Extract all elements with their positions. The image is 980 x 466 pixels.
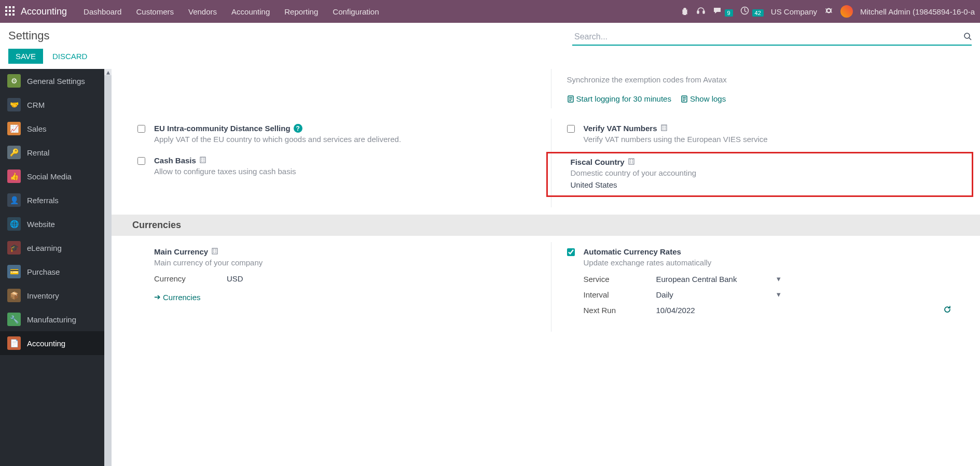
currency-label: Currency bbox=[154, 274, 227, 283]
sidebar-item-label: Social Media bbox=[27, 172, 72, 181]
globe-icon: 🌐 bbox=[7, 217, 21, 231]
sidebar-item-rental[interactable]: 🔑 Rental bbox=[0, 140, 112, 164]
search-icon[interactable] bbox=[963, 32, 972, 42]
svg-rect-9 bbox=[697, 11, 699, 13]
eu-distance-checkbox[interactable] bbox=[137, 125, 145, 133]
avatar[interactable] bbox=[840, 5, 853, 18]
menu-configuration[interactable]: Configuration bbox=[326, 3, 385, 20]
help-icon[interactable]: ? bbox=[294, 124, 302, 133]
messages-badge: 9 bbox=[725, 9, 733, 17]
svg-rect-15 bbox=[200, 157, 205, 163]
sidebar-item-sales[interactable]: 📈 Sales bbox=[0, 117, 112, 140]
menu-reporting[interactable]: Reporting bbox=[278, 3, 324, 20]
menu-customers[interactable]: Customers bbox=[130, 3, 180, 20]
sidebar-item-label: Sales bbox=[27, 124, 47, 133]
arrow-right-icon: ➔ bbox=[154, 292, 161, 302]
document-icon: 📄 bbox=[7, 336, 21, 350]
main-currency-title: Main Currency bbox=[154, 247, 208, 256]
document-icon bbox=[567, 95, 574, 103]
service-label: Service bbox=[584, 275, 656, 284]
sidebar-item-manufacturing[interactable]: 🔧 Manufacturing bbox=[0, 307, 112, 331]
next-run-label: Next Run bbox=[584, 306, 656, 315]
sidebar-item-label: General Settings bbox=[27, 77, 85, 86]
chevron-down-icon: ▾ bbox=[777, 290, 781, 299]
support-icon[interactable] bbox=[696, 6, 706, 17]
sidebar-item-label: Referrals bbox=[27, 196, 59, 205]
document-icon bbox=[681, 95, 688, 103]
svg-rect-16 bbox=[661, 125, 667, 131]
currency-value[interactable]: USD bbox=[227, 274, 351, 283]
auto-rates-checkbox[interactable] bbox=[567, 248, 575, 256]
settings-content: Synchronize the exemption codes from Ava… bbox=[112, 69, 980, 466]
sidebar-item-purchase[interactable]: 💳 Purchase bbox=[0, 260, 112, 284]
sidebar-item-social-media[interactable]: 👍 Social Media bbox=[0, 164, 112, 188]
debug-icon[interactable] bbox=[824, 6, 833, 17]
key-icon: 🔑 bbox=[7, 146, 21, 159]
sidebar-scrollbar[interactable]: ▴ bbox=[104, 69, 112, 466]
currencies-link[interactable]: ➔ Currencies bbox=[154, 292, 201, 302]
verify-vat-checkbox[interactable] bbox=[567, 125, 575, 133]
verify-vat-title: Verify VAT Numbers bbox=[584, 124, 657, 133]
sidebar-item-label: Website bbox=[27, 220, 55, 229]
bug-icon[interactable] bbox=[681, 7, 689, 17]
menu-dashboard[interactable]: Dashboard bbox=[77, 3, 128, 20]
company-switcher[interactable]: US Company bbox=[771, 7, 817, 16]
start-logging-link[interactable]: Start logging for 30 minutes bbox=[567, 94, 671, 103]
messages-icon[interactable]: 9 bbox=[713, 6, 733, 17]
cash-basis-title: Cash Basis bbox=[154, 156, 196, 165]
page-title: Settings bbox=[8, 29, 94, 43]
sidebar-item-inventory[interactable]: 📦 Inventory bbox=[0, 284, 112, 307]
sidebar-item-accounting[interactable]: 📄 Accounting bbox=[0, 331, 112, 355]
verify-vat-desc: Verify VAT numbers using the European VI… bbox=[584, 134, 968, 145]
fiscal-country-value[interactable]: United States bbox=[571, 180, 966, 189]
handshake-icon: 🤝 bbox=[7, 98, 21, 111]
refresh-icon[interactable] bbox=[943, 305, 951, 315]
next-run-value[interactable]: 10/04/2022 bbox=[656, 306, 781, 315]
chart-icon: 📈 bbox=[7, 122, 21, 135]
building-icon bbox=[199, 156, 206, 165]
sidebar-item-elearning[interactable]: 🎓 eLearning bbox=[0, 236, 112, 260]
sidebar-item-label: CRM bbox=[27, 101, 45, 109]
activities-icon[interactable]: 42 bbox=[740, 6, 764, 17]
sidebar-item-website[interactable]: 🌐 Website bbox=[0, 212, 112, 236]
auto-rates-desc: Update exchange rates automatically bbox=[584, 257, 968, 268]
svg-rect-10 bbox=[703, 11, 705, 13]
wrench-icon: 🔧 bbox=[7, 313, 21, 326]
save-button[interactable]: SAVE bbox=[8, 49, 43, 64]
svg-rect-4 bbox=[9, 10, 11, 12]
avatax-sync-desc: Synchronize the exemption codes from Ava… bbox=[567, 74, 968, 85]
fiscal-country-desc: Domestic country of your accounting bbox=[571, 167, 966, 178]
apps-icon[interactable] bbox=[5, 6, 16, 17]
top-menu: Dashboard Customers Vendors Accounting R… bbox=[77, 3, 681, 20]
fiscal-country-highlight: Fiscal Country Domestic country of your … bbox=[546, 152, 974, 197]
menu-vendors[interactable]: Vendors bbox=[182, 3, 223, 20]
scroll-up-icon[interactable]: ▴ bbox=[104, 69, 112, 75]
building-icon bbox=[211, 247, 218, 256]
fiscal-country-title: Fiscal Country bbox=[571, 158, 625, 166]
svg-rect-6 bbox=[5, 13, 7, 16]
auto-rates-title: Automatic Currency Rates bbox=[584, 247, 681, 256]
sidebar-item-label: Accounting bbox=[27, 339, 65, 348]
cash-basis-checkbox[interactable] bbox=[137, 157, 145, 165]
sidebar-item-general-settings[interactable]: ⚙ General Settings bbox=[0, 69, 112, 93]
interval-select[interactable]: Daily ▾ bbox=[656, 290, 781, 299]
svg-rect-7 bbox=[9, 13, 11, 16]
sidebar-item-label: Rental bbox=[27, 148, 49, 157]
currencies-section-header: Currencies bbox=[112, 215, 980, 236]
service-select[interactable]: European Central Bank ▾ bbox=[656, 274, 781, 284]
svg-rect-2 bbox=[12, 6, 15, 8]
eu-distance-title: EU Intra-community Distance Selling bbox=[154, 124, 291, 133]
svg-rect-3 bbox=[5, 10, 7, 12]
discard-button[interactable]: DISCARD bbox=[45, 49, 95, 64]
sidebar-item-referrals[interactable]: 👤 Referrals bbox=[0, 188, 112, 212]
building-icon bbox=[660, 124, 668, 133]
app-brand[interactable]: Accounting bbox=[21, 6, 67, 17]
svg-rect-1 bbox=[9, 6, 11, 8]
show-logs-link[interactable]: Show logs bbox=[681, 94, 726, 103]
gear-icon: ⚙ bbox=[7, 74, 21, 88]
username[interactable]: Mitchell Admin (19845894-16-0-a bbox=[860, 7, 975, 16]
search-input[interactable] bbox=[572, 29, 963, 45]
menu-accounting[interactable]: Accounting bbox=[225, 3, 276, 20]
sidebar-item-label: Manufacturing bbox=[27, 315, 76, 324]
sidebar-item-crm[interactable]: 🤝 CRM bbox=[0, 93, 112, 117]
